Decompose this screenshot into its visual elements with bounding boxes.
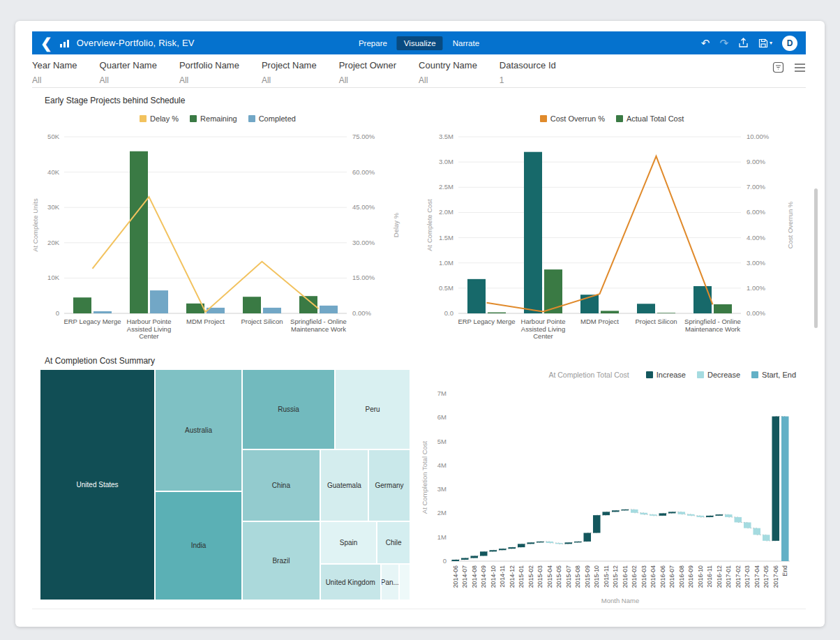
legend-item-completed[interactable]: Completed	[248, 114, 296, 123]
tab-visualize[interactable]: Visualize	[397, 36, 443, 50]
legend-item-remaining[interactable]: Remaining	[190, 114, 237, 123]
treemap-cell-united-kingdom[interactable]: United Kingdom	[320, 564, 381, 600]
wf-bar-2017-04[interactable]	[753, 528, 760, 535]
treemap-cell-china[interactable]: China	[242, 449, 320, 521]
legend-item-delay[interactable]: Delay %	[140, 114, 179, 123]
bar-at-complete-cost[interactable]	[693, 286, 712, 313]
vertical-scrollbar[interactable]	[814, 188, 818, 328]
bar-remaining[interactable]	[243, 297, 261, 313]
bar-at-complete-cost[interactable]	[637, 304, 655, 313]
wf-bar-2017-06[interactable]	[772, 417, 779, 541]
wf-bar-2017-05[interactable]	[763, 535, 770, 541]
wf-month-label: 2014-10	[490, 565, 497, 588]
wf-bar-2017-03[interactable]	[744, 522, 751, 528]
wf-bar-2014-11[interactable]	[499, 549, 507, 550]
wf-bar-2014-12[interactable]	[508, 547, 516, 549]
treemap-cell-india[interactable]: India	[155, 491, 242, 600]
wf-bar-2015-02[interactable]	[527, 542, 534, 544]
bar-at-complete-cost[interactable]	[524, 152, 542, 313]
bar-completed[interactable]	[263, 308, 281, 313]
filter-controls-icon[interactable]	[772, 61, 784, 73]
wf-bar-2017-01[interactable]	[725, 514, 733, 517]
cost-combo-chart[interactable]: 0.00.5M1.0M1.5M2.0M2.5M3.0M3.5M0.00%1.00…	[423, 127, 797, 343]
wf-bar-2015-09[interactable]	[583, 533, 591, 542]
wf-bar-2015-04[interactable]	[546, 542, 553, 543]
bar-at-complete-cost[interactable]	[467, 279, 486, 313]
filter-country-name[interactable]: Country NameAll	[419, 60, 477, 85]
wf-bar-2016-11[interactable]	[706, 516, 714, 517]
wf-bar-2015-11[interactable]	[602, 512, 610, 515]
filter-quarter-name[interactable]: Quarter NameAll	[100, 60, 157, 85]
wf-bar-2017-02[interactable]	[734, 517, 742, 523]
wf-bar-2016-09[interactable]	[687, 514, 695, 516]
waterfall-chart[interactable]: 01M2M3M4M5M6M7MAt Completion Total Cost2…	[420, 382, 800, 604]
treemap-cell-pan[interactable]: Pan...	[381, 564, 400, 600]
treemap-cell-item[interactable]	[399, 564, 410, 600]
wf-bar-2014-09[interactable]	[480, 551, 488, 556]
bar-actual-total-cost[interactable]	[657, 313, 675, 313]
cost-treemap[interactable]: United StatesAustraliaIndiaRussiaPeruChi…	[40, 369, 410, 600]
back-button[interactable]: ❮	[40, 36, 52, 50]
wf-bar-2016-01[interactable]	[621, 509, 629, 510]
treemap-cell-russia[interactable]: Russia	[242, 369, 335, 449]
filter-year-name[interactable]: Year NameAll	[32, 60, 77, 85]
legend-item-cost-overrun[interactable]: Cost Overrun %	[540, 114, 605, 123]
wf-bar-2016-10[interactable]	[696, 516, 704, 517]
treemap-cell-chile[interactable]: Chile	[377, 521, 410, 565]
wf-bar-2014-07[interactable]	[461, 558, 469, 560]
wf-bar-2015-05[interactable]	[555, 543, 563, 544]
save-icon[interactable]: ▾	[758, 38, 772, 48]
schedule-combo-chart[interactable]: 010K20K30K40K50K0.00%15.00%30.00%45.00%6…	[29, 127, 403, 343]
wf-bar-2016-07[interactable]	[668, 512, 676, 513]
wf-bar-2014-06[interactable]	[451, 560, 459, 561]
wf-bar-2016-12[interactable]	[715, 514, 723, 516]
wf-bar-2015-10[interactable]	[593, 515, 601, 533]
tab-narrate[interactable]: Narrate	[446, 36, 486, 50]
bar-completed[interactable]	[93, 311, 112, 313]
wf-bar-2015-01[interactable]	[518, 544, 525, 547]
treemap-cell-united-states[interactable]: United States	[40, 369, 155, 600]
bar-remaining[interactable]	[130, 151, 148, 313]
undo-icon[interactable]: ↶	[701, 37, 710, 50]
tab-prepare[interactable]: Prepare	[352, 36, 394, 50]
canvas-menu-icon[interactable]	[794, 63, 806, 73]
wf-bar-2014-08[interactable]	[470, 556, 478, 558]
bar-remaining[interactable]	[73, 297, 91, 313]
treemap-cell-peru[interactable]: Peru	[335, 369, 410, 449]
wf-bar-2014-10[interactable]	[489, 550, 497, 551]
treemap-cell-guatemala[interactable]: Guatemala	[320, 449, 368, 521]
legend-item-decrease[interactable]: Decrease	[697, 371, 740, 379]
redo-icon[interactable]: ↷	[719, 37, 728, 50]
wf-bar-2016-02[interactable]	[631, 509, 638, 513]
bar-completed[interactable]	[320, 306, 338, 313]
filter-portfolio-name[interactable]: Portfolio NameAll	[179, 60, 239, 85]
wf-bar-2015-08[interactable]	[574, 542, 582, 542]
wf-bar-2015-03[interactable]	[537, 542, 544, 542]
legend-item-increase[interactable]: Increase	[646, 371, 686, 379]
line-delay[interactable]	[93, 197, 319, 312]
filter-project-owner[interactable]: Project OwnerAll	[339, 60, 396, 85]
wf-bar-2015-12[interactable]	[612, 510, 620, 512]
legend-item-actual-total-cost[interactable]: Actual Total Cost	[616, 114, 684, 123]
bar-actual-total-cost[interactable]	[714, 304, 732, 313]
save-menu-caret[interactable]: ▾	[770, 40, 772, 46]
bar-actual-total-cost[interactable]	[488, 313, 506, 313]
user-avatar[interactable]: D	[782, 36, 797, 51]
wf-bar-2016-06[interactable]	[659, 513, 666, 515]
treemap-cell-australia[interactable]: Australia	[155, 369, 242, 491]
category-label: Assisted Living	[127, 325, 171, 333]
treemap-cell-spain[interactable]: Spain	[320, 521, 377, 565]
treemap-cell-germany[interactable]: Germany	[368, 449, 410, 521]
wf-bar-2016-04[interactable]	[650, 514, 657, 516]
legend-item-start-end[interactable]: Start, End	[751, 371, 796, 379]
wf-bar-2015-07[interactable]	[564, 542, 572, 544]
bar-actual-total-cost[interactable]	[601, 311, 619, 313]
filter-datasource-id[interactable]: Datasource Id1	[500, 60, 556, 85]
wf-bar-2016-03[interactable]	[640, 513, 647, 514]
wf-bar-2016-08[interactable]	[677, 512, 685, 514]
export-icon[interactable]	[738, 38, 749, 48]
bar-completed[interactable]	[150, 290, 168, 313]
wf-bar-end[interactable]	[781, 417, 789, 561]
treemap-cell-brazil[interactable]: Brazil	[242, 521, 320, 600]
filter-project-name[interactable]: Project NameAll	[262, 60, 317, 85]
